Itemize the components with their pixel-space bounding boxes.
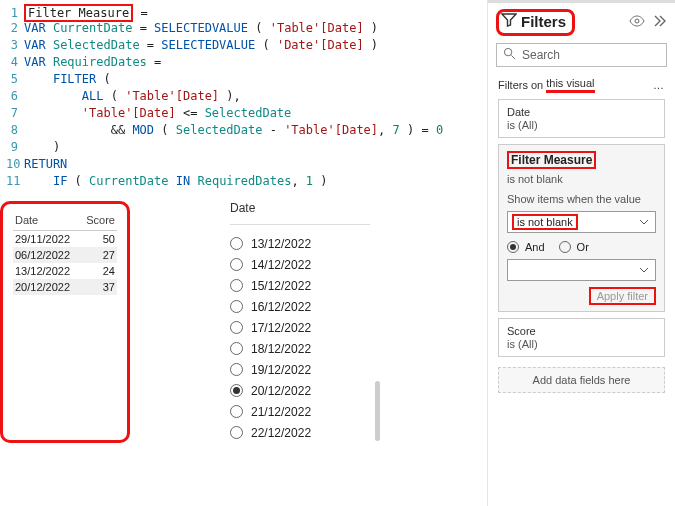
- add-fields-well[interactable]: Add data fields here: [498, 367, 665, 393]
- svg-line-2: [511, 55, 515, 59]
- section-more-icon[interactable]: …: [653, 79, 665, 91]
- radio-icon: [230, 279, 243, 292]
- logic-and-radio[interactable]: [507, 241, 519, 253]
- filter-condition-dropdown[interactable]: is not blank: [507, 211, 656, 233]
- slicer-option-label: 21/12/2022: [251, 405, 311, 419]
- radio-icon: [230, 426, 243, 439]
- slicer-option-label: 16/12/2022: [251, 300, 311, 314]
- slicer-option[interactable]: 17/12/2022: [230, 317, 370, 338]
- slicer-option[interactable]: 16/12/2022: [230, 296, 370, 317]
- code-line[interactable]: 10RETURN: [6, 157, 481, 174]
- filter-card-score[interactable]: Score is (All): [498, 318, 665, 357]
- radio-icon: [230, 363, 243, 376]
- radio-icon: [230, 384, 243, 397]
- filters-pane: Filters Search Filters on this visual … …: [487, 0, 675, 506]
- radio-icon: [230, 405, 243, 418]
- chevron-down-icon: [639, 216, 649, 228]
- logic-or-radio[interactable]: [559, 241, 571, 253]
- code-line[interactable]: 3VAR SelectedDate = SELECTEDVALUE ( 'Dat…: [6, 38, 481, 55]
- slicer-option-label: 14/12/2022: [251, 258, 311, 272]
- filters-title: Filters: [521, 13, 566, 30]
- slicer-scrollbar[interactable]: [375, 381, 380, 441]
- search-placeholder: Search: [522, 48, 560, 62]
- slicer-option[interactable]: 14/12/2022: [230, 254, 370, 275]
- code-line[interactable]: 7 'Table'[Date] <= SelectedDate: [6, 106, 481, 123]
- filters-section-header: Filters on this visual …: [498, 77, 665, 93]
- radio-icon: [230, 300, 243, 313]
- filter-card-measure[interactable]: Filter Measure is not blank Show items w…: [498, 144, 665, 312]
- table-row[interactable]: 13/12/202224: [13, 263, 117, 279]
- col-date[interactable]: Date: [13, 210, 80, 231]
- filter-condition-dropdown-2[interactable]: [507, 259, 656, 281]
- radio-icon: [230, 258, 243, 271]
- collapse-pane-icon[interactable]: [653, 14, 667, 31]
- table-row[interactable]: 20/12/202237: [13, 279, 117, 295]
- svg-point-1: [504, 48, 511, 55]
- slicer-option[interactable]: 18/12/2022: [230, 338, 370, 359]
- filter-card-measure-title: Filter Measure: [507, 151, 596, 169]
- filter-card-measure-desc: Show items when the value: [507, 193, 656, 205]
- col-score[interactable]: Score: [80, 210, 117, 231]
- date-slicer[interactable]: Date 13/12/202214/12/202215/12/202216/12…: [230, 201, 370, 443]
- code-line[interactable]: 11 IF ( CurrentDate IN RequiredDates, 1 …: [6, 174, 481, 191]
- slicer-option[interactable]: 19/12/2022: [230, 359, 370, 380]
- slicer-option[interactable]: 22/12/2022: [230, 422, 370, 443]
- slicer-option-label: 19/12/2022: [251, 363, 311, 377]
- apply-filter-button[interactable]: Apply filter: [589, 287, 656, 305]
- filters-search[interactable]: Search: [496, 43, 667, 67]
- code-line[interactable]: 9 ): [6, 140, 481, 157]
- code-line[interactable]: 2VAR CurrentDate = SELECTEDVALUE ( 'Tabl…: [6, 21, 481, 38]
- search-icon: [503, 47, 522, 63]
- radio-icon: [230, 237, 243, 250]
- filter-card-date[interactable]: Date is (All): [498, 99, 665, 138]
- code-line[interactable]: 8 && MOD ( SelectedDate - 'Table'[Date],…: [6, 123, 481, 140]
- table-row[interactable]: 29/11/202250: [13, 231, 117, 248]
- chevron-down-icon: [639, 264, 649, 276]
- slicer-header: Date: [230, 201, 370, 225]
- slicer-option-label: 15/12/2022: [251, 279, 311, 293]
- code-line[interactable]: 4VAR RequiredDates =: [6, 55, 481, 72]
- result-table-visual[interactable]: Date Score 29/11/20225006/12/20222713/12…: [0, 201, 130, 443]
- slicer-option[interactable]: 20/12/2022: [230, 380, 370, 401]
- filter-icon: [501, 12, 517, 31]
- measure-name-highlight: Filter Measure: [24, 4, 133, 22]
- radio-icon: [230, 321, 243, 334]
- code-line[interactable]: 5 FILTER (: [6, 72, 481, 89]
- code-line[interactable]: 6 ALL ( 'Table'[Date] ),: [6, 89, 481, 106]
- code-line[interactable]: 1Filter Measure =: [6, 4, 481, 21]
- filter-card-measure-state: is not blank: [507, 173, 656, 185]
- slicer-option-label: 22/12/2022: [251, 426, 311, 440]
- slicer-option-label: 18/12/2022: [251, 342, 311, 356]
- svg-point-0: [635, 19, 639, 23]
- slicer-option-label: 17/12/2022: [251, 321, 311, 335]
- slicer-option[interactable]: 15/12/2022: [230, 275, 370, 296]
- slicer-option[interactable]: 13/12/2022: [230, 233, 370, 254]
- slicer-option-label: 20/12/2022: [251, 384, 311, 398]
- table-row[interactable]: 06/12/202227: [13, 247, 117, 263]
- toggle-visibility-icon[interactable]: [629, 14, 645, 31]
- dax-editor[interactable]: 1Filter Measure =2VAR CurrentDate = SELE…: [0, 4, 481, 191]
- radio-icon: [230, 342, 243, 355]
- slicer-option-label: 13/12/2022: [251, 237, 311, 251]
- slicer-option[interactable]: 21/12/2022: [230, 401, 370, 422]
